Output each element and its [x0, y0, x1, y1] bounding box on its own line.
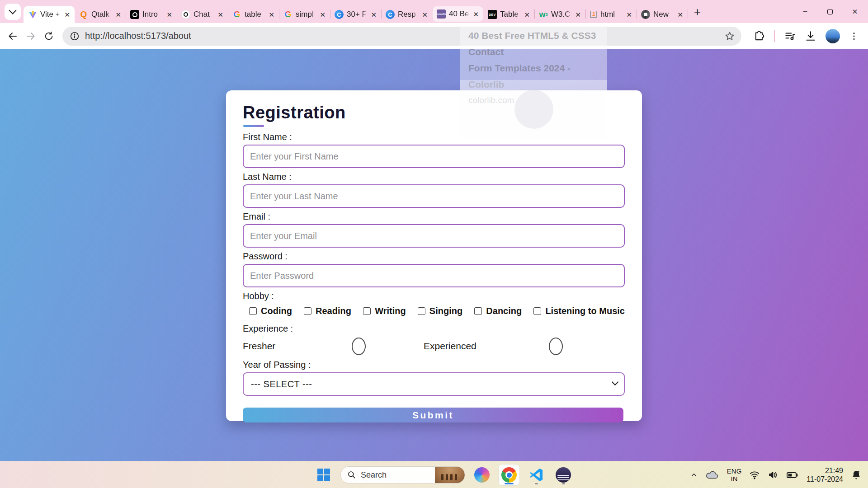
- search-icon: [347, 470, 356, 479]
- window-close-button[interactable]: ✕: [850, 7, 860, 17]
- tab-close-icon[interactable]: ✕: [472, 10, 480, 19]
- tab-30-f[interactable]: C30+ F✕: [330, 6, 381, 23]
- tab-close-icon[interactable]: ✕: [625, 10, 633, 19]
- first-name-input[interactable]: [243, 145, 625, 168]
- tab-close-icon[interactable]: ✕: [165, 10, 173, 19]
- tab-simpl[interactable]: Gsimpl✕: [279, 6, 330, 23]
- hobby-option-reading[interactable]: Reading: [304, 306, 351, 316]
- tab-table[interactable]: DEVTable✕: [483, 6, 534, 23]
- tab-qtalk[interactable]: QQtalk✕: [75, 6, 126, 23]
- hobby-option-singing[interactable]: Singing: [418, 306, 462, 316]
- tab-close-icon[interactable]: ✕: [63, 10, 71, 19]
- tab-close-icon[interactable]: ✕: [421, 10, 429, 19]
- forward-button[interactable]: [22, 27, 40, 45]
- password-label: Password :: [243, 251, 625, 262]
- checkbox[interactable]: [533, 307, 541, 315]
- password-input[interactable]: [243, 264, 625, 287]
- windows-start-button[interactable]: [313, 465, 334, 485]
- profile-avatar[interactable]: [826, 29, 840, 43]
- checkbox[interactable]: [363, 307, 371, 315]
- hobby-option-dancing[interactable]: Dancing: [474, 306, 522, 316]
- copilot-app-button[interactable]: [472, 465, 492, 485]
- tab-resp[interactable]: CResp✕: [381, 6, 432, 23]
- onedrive-cloud-icon[interactable]: [706, 470, 719, 480]
- tab-close-icon[interactable]: ✕: [574, 10, 582, 19]
- experience-option-fresher[interactable]: Fresher: [243, 338, 366, 355]
- chevron-down-icon: [9, 6, 17, 14]
- wifi-icon[interactable]: [749, 469, 760, 480]
- tab-close-icon[interactable]: ✕: [523, 10, 531, 19]
- windows-taskbar: Search ENG IN: [0, 461, 868, 488]
- experience-option-experienced[interactable]: Experienced: [424, 338, 563, 355]
- email-input[interactable]: [243, 224, 625, 248]
- tab-search-button[interactable]: [5, 4, 21, 20]
- checkbox-label: Reading: [316, 306, 351, 316]
- checkbox-label: Listening to Music: [545, 306, 625, 316]
- colorlib-logo-circle: [514, 90, 553, 129]
- tab-close-icon[interactable]: ✕: [114, 10, 122, 19]
- checkbox[interactable]: [304, 307, 311, 315]
- tab-vite-[interactable]: Vite +✕: [24, 6, 75, 23]
- tray-chevron-up-icon[interactable]: [690, 471, 698, 479]
- tab-chat[interactable]: Chat✕: [177, 6, 228, 23]
- restore-icon: [827, 9, 833, 14]
- search-placeholder-text: Search: [361, 470, 435, 480]
- tab-title: 40 Be: [449, 9, 470, 19]
- fresher-radio[interactable]: [352, 338, 366, 355]
- back-button[interactable]: [4, 27, 22, 45]
- checkbox[interactable]: [249, 307, 257, 315]
- hobby-option-listening-to-music[interactable]: Listening to Music: [533, 306, 625, 316]
- reload-button[interactable]: [40, 27, 58, 45]
- taskbar-search-box[interactable]: Search: [340, 466, 465, 483]
- tab-40-be[interactable]: colorlib40 Be✕: [432, 6, 483, 22]
- media-controls-icon[interactable]: [784, 30, 796, 42]
- search-daily-image[interactable]: [435, 466, 465, 483]
- window-restore-button[interactable]: [825, 7, 835, 17]
- hobby-option-writing[interactable]: Writing: [363, 306, 406, 316]
- tab-new[interactable]: New✕: [637, 6, 688, 23]
- volume-icon[interactable]: [768, 469, 778, 480]
- url-text[interactable]: http://localhost:5173/about: [85, 31, 724, 41]
- hobby-option-coding[interactable]: Coding: [249, 306, 292, 316]
- page-info-icon: [70, 31, 80, 41]
- submit-button[interactable]: Submit: [243, 408, 623, 422]
- tab-close-icon[interactable]: ✕: [319, 10, 326, 19]
- vscode-app-button[interactable]: [526, 465, 547, 485]
- language-indicator[interactable]: ENG IN: [727, 467, 742, 483]
- date-text: 11-07-2024: [807, 475, 843, 483]
- last-name-input[interactable]: [243, 184, 625, 208]
- window-minimize-button[interactable]: –: [800, 7, 810, 17]
- menu-kebab-icon[interactable]: [849, 31, 859, 41]
- clock[interactable]: 21:49 11-07-2024: [807, 466, 843, 483]
- tab-intro[interactable]: Intro✕: [126, 6, 177, 23]
- tab-title: Intro: [142, 10, 164, 19]
- tab-w3-c[interactable]: W3W3.C✕: [534, 6, 585, 23]
- fresher-label: Fresher: [243, 341, 275, 352]
- tab-close-icon[interactable]: ✕: [676, 10, 684, 19]
- checkbox[interactable]: [418, 307, 425, 315]
- notification-bell-icon[interactable]: z: [851, 469, 862, 480]
- tab-close-icon[interactable]: ✕: [217, 10, 224, 19]
- chrome-app-button[interactable]: [499, 465, 519, 485]
- stackoverflow-icon: [590, 11, 597, 18]
- battery-icon[interactable]: [786, 470, 799, 480]
- browser-toolbar: http://localhost:5173/about: [0, 23, 868, 49]
- checkbox-label: Dancing: [486, 306, 522, 316]
- tab-html[interactable]: html✕: [585, 6, 637, 23]
- address-bar[interactable]: http://localhost:5173/about: [62, 27, 741, 46]
- bookmark-star-icon[interactable]: [724, 31, 735, 42]
- tab-close-icon[interactable]: ✕: [268, 10, 275, 19]
- new-tab-button[interactable]: +: [694, 6, 701, 18]
- eclipse-app-button[interactable]: [553, 465, 574, 485]
- colorlib-icon: colorlib: [437, 9, 446, 19]
- year-of-passing-select[interactable]: --- SELECT ---: [243, 372, 625, 396]
- system-tray: ENG IN 21:49 11-07-2024 z: [690, 461, 862, 488]
- browser-tab-strip: Vite +✕QQtalk✕Intro✕Chat✕Gtable✕Gsimpl✕C…: [0, 0, 868, 23]
- downloads-icon[interactable]: [805, 30, 816, 42]
- extensions-icon[interactable]: [753, 30, 765, 42]
- tab-table[interactable]: Gtable✕: [228, 6, 279, 23]
- reload-icon: [44, 31, 54, 41]
- checkbox[interactable]: [474, 307, 482, 315]
- experienced-radio[interactable]: [549, 338, 563, 355]
- tab-close-icon[interactable]: ✕: [370, 10, 377, 19]
